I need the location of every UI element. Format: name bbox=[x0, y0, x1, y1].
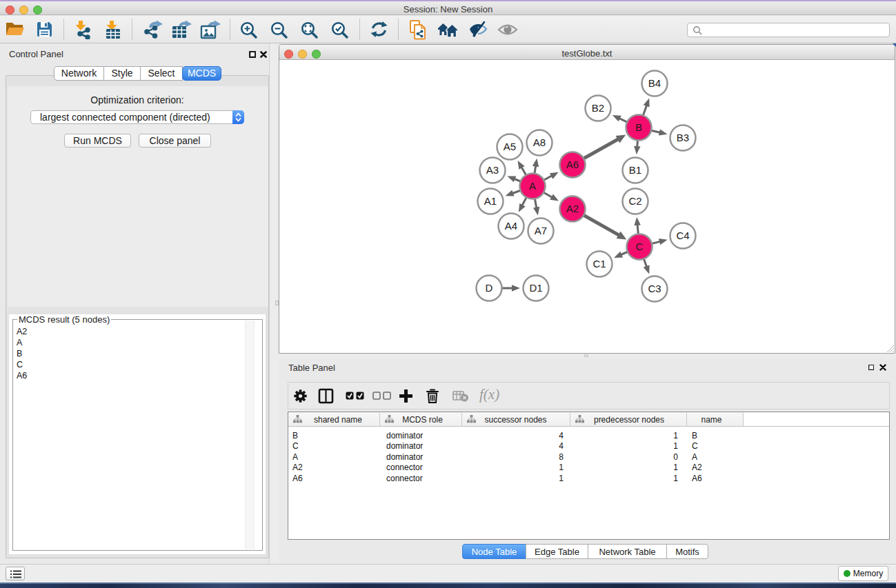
svg-text:C: C bbox=[636, 241, 644, 252]
svg-text:A2: A2 bbox=[566, 203, 579, 214]
svg-text:B3: B3 bbox=[677, 132, 689, 143]
svg-text:A: A bbox=[529, 180, 536, 192]
svg-text:B4: B4 bbox=[648, 77, 661, 89]
svg-text:A7: A7 bbox=[535, 225, 547, 236]
svg-text:A3: A3 bbox=[486, 164, 499, 176]
svg-text:D1: D1 bbox=[529, 282, 542, 294]
svg-text:C1: C1 bbox=[593, 258, 606, 270]
svg-text:A6: A6 bbox=[566, 159, 579, 170]
svg-text:A1: A1 bbox=[484, 195, 497, 207]
svg-text:A5: A5 bbox=[504, 141, 516, 152]
svg-text:B: B bbox=[635, 121, 642, 133]
svg-text:B1: B1 bbox=[629, 164, 641, 176]
svg-text:C4: C4 bbox=[676, 230, 689, 241]
svg-text:A8: A8 bbox=[533, 136, 546, 148]
svg-text:B2: B2 bbox=[592, 102, 604, 114]
svg-text:C2: C2 bbox=[628, 195, 641, 207]
svg-text:C3: C3 bbox=[648, 283, 661, 294]
svg-text:A4: A4 bbox=[505, 220, 517, 232]
svg-text:D: D bbox=[486, 282, 493, 294]
